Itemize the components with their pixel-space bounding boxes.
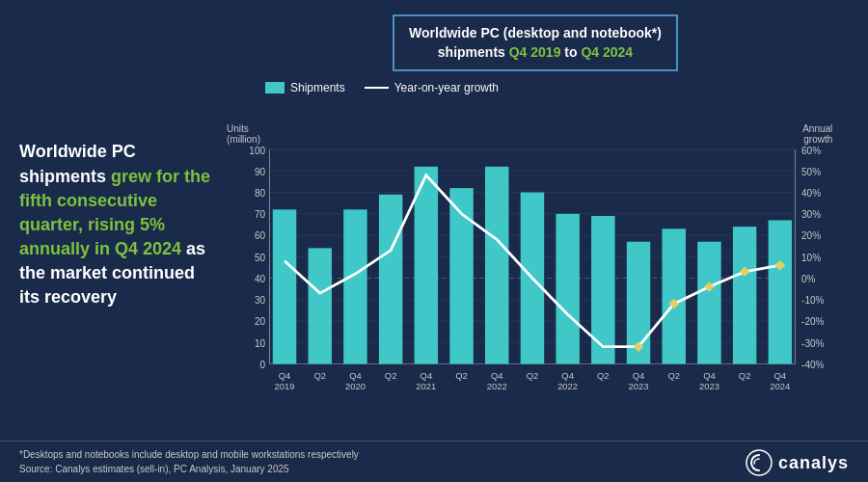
- svg-text:50%: 50%: [801, 167, 821, 177]
- svg-text:(million): (million): [227, 135, 260, 146]
- legend-bar-icon: [265, 82, 285, 94]
- bar-6: [485, 167, 508, 364]
- svg-text:2021: 2021: [416, 381, 436, 391]
- legend-shipments: Shipments: [265, 81, 345, 94]
- svg-point-62: [746, 450, 772, 475]
- svg-text:-20%: -20%: [801, 317, 824, 328]
- svg-text:-10%: -10%: [801, 295, 824, 306]
- svg-text:-30%: -30%: [801, 338, 824, 349]
- footer-text: *Desktops and notebooks include desktop …: [19, 447, 359, 476]
- chart-area: Units (million) Annual growth 100 90: [227, 99, 849, 436]
- svg-text:2022: 2022: [557, 381, 578, 391]
- legend-yoy-label: Year-on-year growth: [394, 81, 499, 94]
- svg-text:Q2: Q2: [597, 370, 610, 381]
- svg-text:100: 100: [249, 146, 265, 156]
- legend-yoy: Year-on-year growth: [365, 81, 499, 94]
- svg-text:Q4: Q4: [703, 370, 716, 381]
- canalys-logo: canalys: [746, 449, 849, 476]
- footer-line2: Source: Canalys estimates (sell-in), PC …: [19, 462, 359, 476]
- svg-text:Q4: Q4: [561, 370, 574, 381]
- legend-line-icon: [365, 87, 389, 89]
- bar-8: [556, 214, 579, 364]
- bar-0: [273, 210, 296, 364]
- bar-11: [663, 229, 686, 364]
- main-container: Worldwide PC shipments grew for the fift…: [0, 0, 868, 482]
- svg-text:Q4: Q4: [633, 370, 645, 381]
- svg-text:0: 0: [259, 360, 265, 370]
- chart-title-box: Worldwide PC (desktop and notebook*) shi…: [393, 14, 678, 71]
- bar-9: [591, 216, 614, 363]
- svg-text:Q4: Q4: [349, 370, 362, 381]
- svg-text:2022: 2022: [487, 381, 507, 391]
- right-panel: Worldwide PC (desktop and notebook*) shi…: [222, 14, 849, 436]
- svg-text:Annual: Annual: [802, 123, 832, 134]
- svg-text:90: 90: [255, 167, 266, 177]
- svg-text:30: 30: [255, 295, 266, 306]
- svg-text:20: 20: [255, 317, 266, 328]
- svg-text:Q4: Q4: [420, 370, 433, 381]
- svg-text:Q2: Q2: [313, 370, 326, 381]
- bar-3: [379, 195, 402, 364]
- canalys-text: canalys: [778, 453, 849, 473]
- footer-line1: *Desktops and notebooks include desktop …: [19, 447, 359, 462]
- svg-text:2024: 2024: [770, 381, 790, 391]
- svg-text:2019: 2019: [275, 381, 295, 391]
- svg-text:0%: 0%: [801, 274, 816, 284]
- svg-text:60%: 60%: [801, 146, 821, 156]
- svg-text:2020: 2020: [345, 381, 366, 391]
- bar-12: [697, 242, 720, 364]
- bar-2: [343, 210, 366, 364]
- main-content: Worldwide PC shipments grew for the fift…: [0, 0, 868, 441]
- svg-text:50: 50: [255, 253, 266, 263]
- bar-1: [309, 249, 332, 364]
- svg-text:60: 60: [255, 231, 266, 242]
- svg-text:2023: 2023: [629, 381, 649, 391]
- canalys-icon: [746, 449, 773, 476]
- svg-text:growth: growth: [803, 135, 832, 146]
- chart-svg: Units (million) Annual growth 100 90: [227, 99, 849, 436]
- svg-text:Q4: Q4: [491, 370, 503, 381]
- svg-text:Q2: Q2: [385, 370, 397, 381]
- svg-text:-40%: -40%: [801, 360, 824, 370]
- svg-text:10: 10: [255, 338, 266, 349]
- highlight-text: grew for the fifth consecutive quarter, …: [19, 167, 210, 259]
- svg-text:80: 80: [255, 188, 266, 199]
- svg-text:Q2: Q2: [739, 370, 751, 381]
- svg-text:40: 40: [255, 274, 266, 284]
- legend-shipments-label: Shipments: [290, 81, 345, 94]
- svg-text:Q4: Q4: [279, 370, 291, 381]
- svg-text:10%: 10%: [801, 253, 821, 263]
- left-panel: Worldwide PC shipments grew for the fift…: [19, 14, 222, 436]
- svg-text:2023: 2023: [699, 381, 719, 391]
- svg-text:Q2: Q2: [527, 370, 539, 381]
- left-description: Worldwide PC shipments grew for the fift…: [19, 140, 212, 309]
- bar-4: [415, 167, 438, 364]
- svg-text:Q4: Q4: [774, 370, 787, 381]
- svg-text:Units: Units: [227, 123, 249, 134]
- svg-text:70: 70: [255, 209, 266, 220]
- svg-text:30%: 30%: [801, 209, 821, 220]
- chart-title: Worldwide PC (desktop and notebook*) shi…: [409, 24, 662, 62]
- svg-text:20%: 20%: [801, 231, 821, 242]
- bar-14: [769, 221, 792, 364]
- footer: *Desktops and notebooks include desktop …: [0, 441, 868, 482]
- bar-13: [733, 227, 756, 363]
- svg-text:Q2: Q2: [455, 370, 468, 381]
- svg-text:40%: 40%: [801, 188, 821, 199]
- svg-text:Q2: Q2: [667, 370, 680, 381]
- legend-row: Shipments Year-on-year growth: [265, 81, 849, 94]
